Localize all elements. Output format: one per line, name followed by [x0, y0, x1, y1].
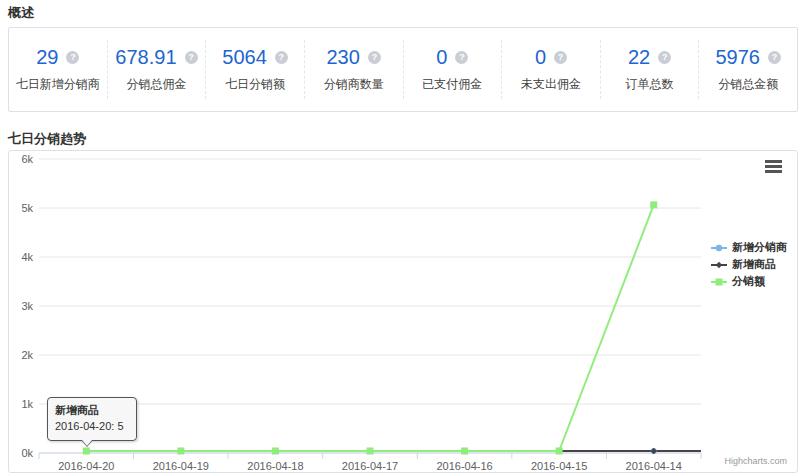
- y-axis-label: 0k: [21, 447, 33, 459]
- y-axis-label: 2k: [21, 349, 33, 361]
- data-point: [272, 448, 279, 455]
- legend-marker-icon: [711, 242, 727, 254]
- help-icon[interactable]: ?: [275, 51, 288, 64]
- y-axis-label: 5k: [21, 202, 33, 214]
- stat-cell: 0? 已支付佣金: [403, 40, 502, 99]
- stat-label: 订单总数: [626, 76, 674, 93]
- stat-cell: 230? 分销商数量: [304, 40, 403, 99]
- chart-legend: 新增分销商新增商品分销额: [711, 239, 787, 290]
- help-icon[interactable]: ?: [185, 51, 198, 64]
- x-axis-label: 2016-04-16: [436, 460, 492, 472]
- help-icon[interactable]: ?: [554, 51, 567, 64]
- data-point: [556, 448, 563, 455]
- stat-cell: 5064? 七日分销额: [205, 40, 304, 99]
- stat-value: 5976: [715, 46, 760, 69]
- stat-label: 分销总金额: [718, 76, 778, 93]
- stat-cell: 678.91? 分销总佣金: [107, 40, 206, 99]
- legend-marker-icon: [711, 259, 727, 271]
- legend-item-2[interactable]: 分销额: [711, 273, 787, 290]
- stat-value: 230: [327, 46, 360, 69]
- help-icon[interactable]: ?: [658, 51, 671, 64]
- x-axis-label: 2016-04-18: [247, 460, 303, 472]
- x-axis-label: 2016-04-19: [153, 460, 209, 472]
- stat-label: 分销商数量: [324, 76, 384, 93]
- help-icon[interactable]: ?: [66, 51, 79, 64]
- legend-item-0[interactable]: 新增分销商: [711, 239, 787, 256]
- x-axis-label: 2016-04-17: [342, 460, 398, 472]
- tooltip-series-name: 新增商品: [55, 403, 129, 418]
- stat-value: 678.91: [115, 46, 176, 69]
- series-line-2: [86, 205, 653, 451]
- stat-cell: 29? 七日新增分销商: [9, 40, 107, 99]
- stat-cell: 22? 订单总数: [600, 40, 699, 99]
- stat-label: 七日分销额: [225, 76, 285, 93]
- y-axis-label: 3k: [21, 300, 33, 312]
- stat-value: 29: [36, 46, 58, 69]
- data-point: [177, 448, 184, 455]
- stat-cell: 0? 未支出佣金: [501, 40, 600, 99]
- data-point: [83, 448, 90, 455]
- y-axis-label: 4k: [21, 251, 33, 263]
- page-title: 概述: [8, 4, 34, 22]
- stat-label: 已支付佣金: [422, 76, 482, 93]
- stat-label: 分销总佣金: [126, 76, 186, 93]
- stat-value: 0: [535, 46, 546, 69]
- data-point: [650, 201, 657, 208]
- stat-value: 0: [436, 46, 447, 69]
- chart-section-title: 七日分销趋势: [8, 130, 86, 148]
- hamburger-icon: [765, 160, 782, 163]
- trend-chart-panel: 0k1k2k3k4k5k6k2016-04-202016-04-192016-0…: [8, 150, 798, 473]
- x-axis-label: 2016-04-15: [531, 460, 587, 472]
- x-axis-label: 2016-04-14: [626, 460, 682, 472]
- y-axis-label: 6k: [21, 153, 33, 165]
- stat-value: 22: [628, 46, 650, 69]
- stat-value: 5064: [222, 46, 267, 69]
- overview-stats-card: 29? 七日新增分销商 678.91? 分销总佣金 5064? 七日分销额 23…: [8, 27, 798, 112]
- chart-export-menu-button[interactable]: [765, 160, 782, 174]
- help-icon[interactable]: ?: [768, 51, 781, 64]
- help-icon[interactable]: ?: [455, 51, 468, 64]
- legend-marker-icon: [711, 276, 727, 288]
- data-point: [461, 448, 468, 455]
- stat-cell: 5976? 分销总金额: [698, 40, 797, 99]
- data-point: [367, 448, 374, 455]
- help-icon[interactable]: ?: [368, 51, 381, 64]
- legend-item-1[interactable]: 新增商品: [711, 256, 787, 273]
- chart-tooltip: 新增商品 2016-04-20: 5: [47, 397, 137, 441]
- tooltip-arrow: [81, 440, 93, 447]
- y-axis-label: 1k: [21, 398, 33, 410]
- x-axis-label: 2016-04-20: [58, 460, 114, 472]
- tooltip-value: 2016-04-20: 5: [55, 420, 129, 432]
- highcharts-credit-link[interactable]: Highcharts.com: [724, 456, 787, 466]
- stat-label: 七日新增分销商: [16, 76, 100, 93]
- stat-label: 未支出佣金: [521, 76, 581, 93]
